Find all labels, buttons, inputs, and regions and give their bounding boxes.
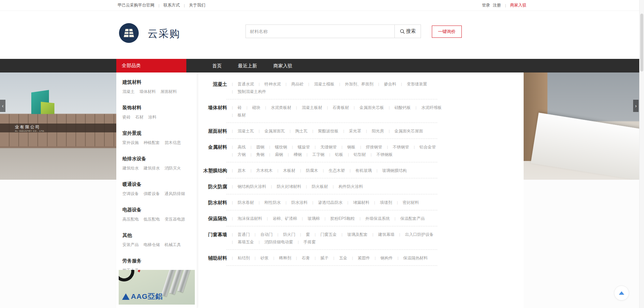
subcategory-link[interactable]: 玻璃钢膜结构 — [382, 167, 407, 174]
category-title[interactable]: 劳务服务 — [122, 258, 197, 264]
subcategory-link[interactable]: 金属屋面瓦 — [265, 127, 285, 135]
subcategory-link[interactable]: 玻璃及配套 — [347, 231, 368, 238]
subcategory-link[interactable]: 商品砼 — [291, 80, 304, 88]
subcategory-link[interactable]: 普通门 — [238, 231, 250, 238]
subcategory-link[interactable]: 混凝土瓦 — [238, 127, 254, 135]
subcategory-link[interactable]: 螺纹钢 — [275, 143, 287, 151]
subcategory-link[interactable]: 不锈钢管 — [393, 143, 409, 151]
subcategory-link[interactable]: 采光罩 — [349, 127, 361, 135]
subcategory-link[interactable]: 普通水泥 — [238, 80, 254, 88]
subcategory-link[interactable]: 扁钢 — [275, 151, 283, 158]
subcategory-link[interactable]: 混凝土板材 — [302, 104, 322, 111]
merchant-join-link[interactable]: 商家入驻 — [510, 2, 526, 8]
register-link[interactable]: 注册 — [493, 2, 501, 8]
category-link[interactable]: 涂料 — [148, 114, 156, 120]
subcategory-link[interactable]: 岩棉、矿渣棉 — [273, 215, 297, 222]
subcategory-link[interactable]: 圆钢 — [256, 143, 265, 151]
subcategory-link[interactable]: 阳光房 — [372, 127, 384, 135]
category-link[interactable]: 通风防排烟 — [165, 191, 185, 197]
category-link[interactable]: 瓷砖 — [122, 114, 131, 120]
category-title[interactable]: 装饰材料 — [122, 105, 197, 111]
subcategory-link[interactable]: 玻璃棉 — [308, 215, 320, 222]
category-link[interactable]: 电梯仓储 — [143, 242, 160, 248]
subcategory-link[interactable]: 预制混凝土构件 — [238, 88, 266, 95]
subcategory-link[interactable]: 无缝钢管 — [320, 143, 337, 151]
row-label[interactable]: 墙体材料 — [203, 104, 227, 119]
nav-item[interactable]: 商家入驻 — [265, 59, 301, 72]
subcategory-link[interactable]: 原木 — [238, 167, 246, 174]
category-link[interactable]: 苗木信息 — [165, 140, 181, 146]
subcategory-link[interactable]: 砌块 — [252, 104, 260, 111]
row-label[interactable]: 防火防腐 — [203, 183, 227, 190]
subcategory-link[interactable]: 手摇窗 — [304, 238, 316, 246]
subcategory-link[interactable]: 铝合金管 — [420, 143, 436, 151]
subcategory-link[interactable]: 外加剂、界面剂 — [345, 80, 373, 88]
subcategory-link[interactable]: 腻子 — [320, 254, 328, 262]
subcategory-link[interactable]: 防水卷材 — [238, 199, 254, 206]
subcategory-link[interactable]: 掺合料 — [384, 80, 396, 88]
category-link[interactable]: 低压配电 — [143, 216, 160, 222]
sidebar-ad-banner[interactable]: AAG亞鋁 — [119, 270, 195, 305]
subcategory-link[interactable]: 幕墙五金 — [238, 238, 254, 246]
login-link[interactable]: 登录 — [482, 2, 490, 8]
nav-item[interactable]: 最近上新 — [230, 59, 265, 72]
subcategory-link[interactable]: 保温配套产品 — [400, 215, 425, 222]
category-link[interactable]: 室外设施 — [122, 140, 139, 146]
subcategory-link[interactable]: 变形缝装置 — [407, 80, 427, 88]
subcategory-link[interactable]: 钢构件 — [380, 254, 393, 262]
carousel-next-arrow[interactable]: › — [633, 100, 639, 112]
subcategory-link[interactable]: 特种水泥 — [265, 80, 281, 88]
category-title[interactable]: 建筑材料 — [122, 79, 197, 85]
subcategory-link[interactable]: 铝型材 — [354, 151, 366, 158]
category-link[interactable]: 混凝土 — [122, 89, 135, 95]
subcategory-link[interactable]: 不锈钢板 — [376, 151, 393, 158]
subcategory-link[interactable]: 防火门 — [283, 231, 295, 238]
category-title[interactable]: 电器设备 — [122, 207, 197, 213]
subcategory-link[interactable]: 渗透结晶防水 — [318, 199, 342, 206]
subcategory-link[interactable]: 木板材 — [283, 167, 295, 174]
category-link[interactable]: 石材 — [135, 114, 143, 120]
subcategory-link[interactable]: 螺旋管 — [298, 143, 310, 151]
subcategory-link[interactable]: 防火板材 — [312, 183, 328, 190]
nav-item[interactable]: 首页 — [204, 59, 230, 72]
category-link[interactable]: 安装产品 — [122, 242, 139, 248]
subcategory-link[interactable]: 石膏 — [302, 254, 310, 262]
subcategory-link[interactable]: 自动门 — [260, 231, 273, 238]
subcategory-link[interactable]: 铝板 — [335, 151, 343, 158]
row-label[interactable]: 门窗幕墙 — [203, 231, 227, 246]
row-label[interactable]: 屋面材料 — [203, 127, 227, 135]
subcategory-link[interactable]: 高线 — [238, 143, 246, 151]
category-title[interactable]: 给排水设备 — [122, 156, 197, 162]
subcategory-link[interactable]: 消防排烟电动窗 — [265, 238, 293, 246]
subcategory-link[interactable]: 稀释剂 — [279, 254, 291, 262]
subcategory-link[interactable]: 防水涂料 — [291, 199, 308, 206]
subcategory-link[interactable]: 方钢 — [238, 151, 246, 158]
subcategory-link[interactable]: 构件防火涂料 — [338, 183, 363, 190]
row-label[interactable]: 保温隔热 — [203, 215, 227, 222]
category-link[interactable]: 高压配电 — [122, 216, 139, 222]
logo[interactable]: 云采购 — [119, 23, 180, 44]
topbar-link[interactable]: 关于我们 — [189, 2, 205, 8]
category-title[interactable]: 室外景观 — [122, 130, 197, 136]
row-label[interactable]: 防水材料 — [203, 199, 227, 206]
subcategory-link[interactable]: 胶粉EPS颗粒 — [330, 215, 355, 222]
subcategory-link[interactable]: 砂浆 — [260, 254, 269, 262]
row-label[interactable]: 混凝土 — [203, 80, 227, 95]
category-link[interactable]: 墙体材料 — [139, 89, 156, 95]
subcategory-link[interactable]: 金属面夹芯屋面 — [394, 127, 423, 135]
subcategory-link[interactable]: 石膏板材 — [333, 104, 349, 111]
subcategory-link[interactable]: 填缝剂 — [380, 199, 392, 206]
subcategory-link[interactable]: 水泥类板材 — [271, 104, 291, 111]
subcategory-link[interactable]: 砖 — [238, 104, 242, 111]
scrollbar[interactable] — [639, 0, 644, 308]
subcategory-link[interactable]: 角钢 — [256, 151, 265, 158]
subcategory-link[interactable]: 生态木塑 — [328, 167, 345, 174]
subcategory-link[interactable]: 五金 — [339, 254, 347, 262]
subcategory-link[interactable]: 刚性防水 — [265, 199, 281, 206]
subcategory-link[interactable]: 泡沫保温材料 — [238, 215, 262, 222]
subcategory-link[interactable]: 窗 — [306, 231, 310, 238]
subcategory-link[interactable]: 防腐木 — [306, 167, 318, 174]
subcategory-link[interactable]: 堵漏材料 — [353, 199, 369, 206]
category-link[interactable]: 空调设备 — [122, 191, 139, 197]
subcategory-link[interactable]: 有机玻璃 — [355, 167, 372, 174]
